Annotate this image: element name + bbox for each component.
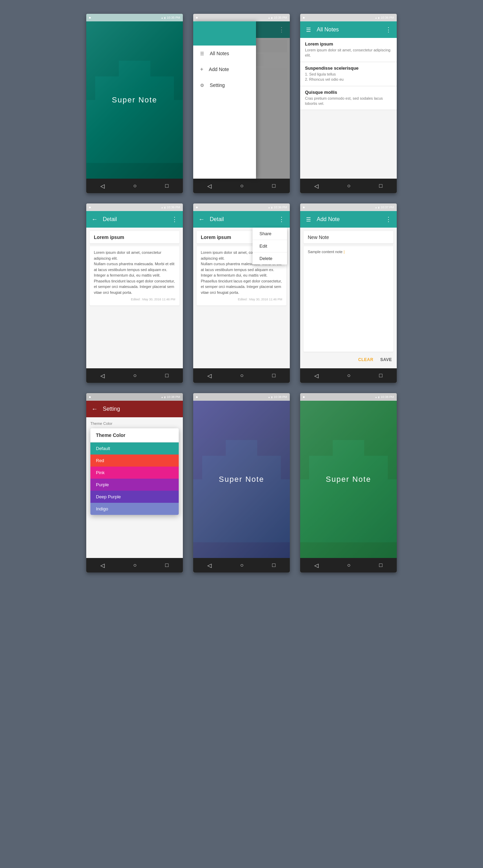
wifi-icon	[268, 206, 270, 209]
home-button[interactable]: ○	[133, 183, 137, 189]
note-title-1: Lorem ipsum	[305, 41, 392, 47]
wifi-icon	[161, 206, 164, 209]
menu-delete[interactable]: Delete	[253, 252, 287, 265]
home-button[interactable]: ○	[240, 562, 244, 568]
recent-button[interactable]: □	[379, 183, 383, 189]
status-time: 10:37 PM	[381, 206, 394, 209]
note-content-input[interactable]: Sample content note |	[304, 246, 393, 352]
home-button[interactable]: ○	[133, 562, 137, 568]
theme-option-purple[interactable]: Purple	[90, 479, 179, 491]
status-bar-5: 10:36 PM	[193, 203, 290, 211]
menu-button[interactable]	[277, 215, 286, 223]
back-button[interactable]	[197, 215, 206, 223]
menu-button[interactable]	[384, 26, 393, 34]
setting-icon	[200, 82, 204, 88]
new-note-label: New Note	[308, 235, 329, 240]
recent-button[interactable]: □	[272, 183, 276, 189]
home-button[interactable]: ○	[240, 372, 244, 379]
detail-edited: Edited : May 30, 2016 11:46 PM	[94, 297, 175, 302]
clear-button[interactable]: CLEAR	[358, 357, 373, 362]
detail-body: Lorem ipsum dolor sit amet, consectetur …	[90, 246, 179, 306]
app-name-purple: Super Note	[219, 475, 264, 484]
hamburger-icon[interactable]	[304, 26, 313, 34]
drawer-item-all-notes[interactable]: All Notes	[193, 46, 256, 61]
wifi-icon	[375, 16, 377, 19]
context-menu[interactable]: Share Edit Delete	[253, 228, 287, 265]
menu-button[interactable]	[384, 215, 393, 223]
theme-option-red[interactable]: Red	[90, 455, 179, 467]
back-button[interactable]: ◁	[100, 372, 105, 379]
back-button[interactable]: ◁	[314, 183, 318, 189]
note-title-input[interactable]: New Note	[304, 231, 393, 243]
app-title-green: Super Note	[326, 475, 371, 484]
nav-bar-2: ◁ ○ □	[193, 179, 290, 193]
status-dot	[303, 396, 305, 398]
status-time: 10:35 PM	[167, 16, 180, 19]
back-button[interactable]: ◁	[207, 183, 211, 189]
status-time: 10:35 PM	[274, 16, 287, 19]
note-body-2: 1. Sed ligula tellus 2. Rhoncus vel odio…	[305, 72, 392, 82]
theme-option-indigo[interactable]: Indigo	[90, 503, 179, 515]
back-button[interactable]: ◁	[207, 372, 211, 379]
toolbar-detail-menu: Detail	[193, 211, 290, 228]
home-button[interactable]: ○	[347, 562, 351, 568]
drawer-overlay[interactable]	[256, 21, 290, 179]
recent-button[interactable]: □	[165, 562, 169, 568]
back-button[interactable]: ◁	[100, 562, 105, 569]
recent-button[interactable]: □	[272, 562, 276, 568]
nav-bar-9: ◁ ○ □	[300, 558, 397, 572]
theme-color-label: Theme Color	[90, 421, 179, 426]
note-item-3[interactable]: Quisque mollis Cras pretium commodo est,…	[300, 86, 397, 110]
note-actions: CLEAR SAVE	[304, 355, 393, 365]
menu-button[interactable]	[170, 215, 179, 223]
recent-button[interactable]: □	[272, 372, 276, 379]
save-button[interactable]: SAVE	[380, 357, 392, 362]
navigation-drawer[interactable]: All Notes Add Note Setting	[193, 21, 256, 179]
home-button[interactable]: ○	[347, 372, 351, 379]
home-button[interactable]: ○	[347, 183, 351, 189]
back-button[interactable]	[90, 215, 99, 223]
all-notes-icon	[200, 50, 204, 57]
drawer-item-setting[interactable]: Setting	[193, 77, 256, 93]
wifi-icon	[161, 395, 164, 399]
status-icons: 10:35 PM	[161, 16, 180, 19]
note-item-1[interactable]: Lorem ipsum Lorem ipsum dolor sit amet, …	[300, 38, 397, 62]
status-time: 10:38 PM	[167, 395, 180, 399]
menu-edit[interactable]: Edit	[253, 240, 287, 252]
note-title-2: Suspendisse scelerisque	[305, 66, 392, 71]
recent-button[interactable]: □	[165, 372, 169, 379]
home-button[interactable]: ○	[133, 372, 137, 379]
hamburger-icon[interactable]	[304, 215, 313, 223]
status-bar-3: 10:36 PM	[300, 14, 397, 21]
status-time: 10:36 PM	[167, 206, 180, 209]
status-time: 10:38 PM	[381, 395, 394, 399]
add-note-icon	[200, 66, 203, 72]
nav-bar-5: ◁ ○ □	[193, 368, 290, 383]
status-icons: 10:37 PM	[375, 206, 394, 209]
phone-all-notes-drawer: 10:35 PM All Notes All Notes	[193, 14, 290, 193]
back-button[interactable]: ◁	[314, 562, 318, 569]
back-button[interactable]: ◁	[100, 183, 105, 189]
drawer-item-add-note[interactable]: Add Note	[193, 61, 256, 77]
status-dot	[196, 207, 198, 208]
theme-option-default[interactable]: Default	[90, 442, 179, 455]
nav-bar-1: ◁ ○ □	[86, 179, 183, 193]
recent-button[interactable]: □	[379, 372, 383, 379]
home-button[interactable]: ○	[240, 183, 244, 189]
theme-dialog: Theme Color Default Red Pink Purple Deep…	[90, 428, 179, 515]
back-button[interactable]: ◁	[207, 562, 211, 569]
menu-share[interactable]: Share	[253, 228, 287, 240]
phone-add-note: 10:37 PM Add Note New Note Sample conten…	[300, 203, 397, 383]
theme-option-pink[interactable]: Pink	[90, 467, 179, 479]
recent-button[interactable]: □	[165, 183, 169, 189]
phone-detail: 10:36 PM Detail Lorem ipsum Lorem ipsum …	[86, 203, 183, 383]
back-button[interactable]: ◁	[314, 372, 318, 379]
recent-button[interactable]: □	[379, 562, 383, 568]
note-title-3: Quisque mollis	[305, 90, 392, 95]
toolbar-add-note: Add Note	[300, 211, 397, 228]
back-button[interactable]	[90, 405, 99, 413]
theme-option-deep-purple[interactable]: Deep Purple	[90, 491, 179, 503]
nav-bar-7: ◁ ○ □	[86, 558, 183, 572]
note-item-2[interactable]: Suspendisse scelerisque 1. Sed ligula te…	[300, 62, 397, 86]
row-1: 10:35 PM Super Note ◁ ○ □ 10:35 PM	[86, 14, 397, 193]
